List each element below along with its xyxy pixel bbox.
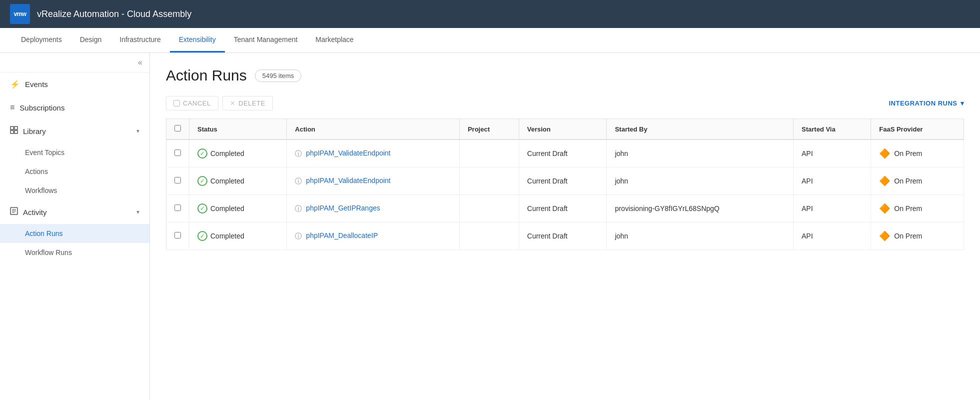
faas-provider-icon: 🔶 (879, 176, 890, 186)
row-4-checkbox-cell (166, 222, 189, 250)
row-3-started-by-cell: provisioning-GY8fIGYrL68SNpgQ (607, 195, 794, 222)
row-1-action: ⓘ phpIPAM_ValidateEndpoint (295, 148, 451, 158)
sidebar-item-library[interactable]: Library ▾ (0, 119, 149, 143)
activity-chevron-icon: ▾ (136, 208, 139, 216)
cancel-label: CANCEL (183, 100, 211, 107)
svg-rect-0 (10, 126, 13, 130)
row-4-action-cell: ⓘ phpIPAM_DeallocateIP (287, 222, 460, 250)
integration-runs-button[interactable]: INTEGRATION RUNS ▾ (889, 100, 964, 107)
page-title: Action Runs (166, 67, 247, 84)
nav-item-deployments[interactable]: Deployments (12, 28, 71, 52)
table-header-action[interactable]: Action (287, 119, 460, 140)
table-header-started-via[interactable]: Started Via (794, 119, 871, 140)
row-2-status: ✓ Completed (197, 176, 278, 186)
table-header-version[interactable]: Version (519, 119, 607, 140)
nav-item-extensibility[interactable]: Extensibility (170, 28, 225, 52)
row-3-version-cell: Current Draft (519, 195, 607, 222)
row-3-status-label: Completed (210, 204, 244, 212)
cancel-button[interactable]: CANCEL (166, 96, 218, 110)
subscriptions-icon: ≡ (10, 103, 14, 112)
table-body: ✓ Completed ⓘ phpIPAM_ValidateEndpoint C… (166, 140, 964, 250)
sidebar-sub-item-workflows-label: Workflows (25, 186, 57, 194)
row-2-project-cell (459, 168, 519, 195)
main-content: Action Runs 5495 items CANCEL ✕ DELETE I… (150, 53, 980, 400)
row-3-action-link[interactable]: phpIPAM_GetIPRanges (306, 204, 380, 214)
row-3-faas: 🔶 On Prem (879, 203, 956, 214)
row-4-status-cell: ✓ Completed (189, 222, 287, 250)
sidebar: « ⚡ Events ≡ Subscriptions Library ▾ (0, 53, 150, 400)
row-1-action-cell: ⓘ phpIPAM_ValidateEndpoint (287, 140, 460, 168)
layout: « ⚡ Events ≡ Subscriptions Library ▾ (0, 53, 980, 400)
nav-bar: Deployments Design Infrastructure Extens… (0, 28, 980, 53)
sidebar-sub-item-event-topics-label: Event Topics (25, 148, 64, 156)
sidebar-item-events[interactable]: ⚡ Events (0, 72, 149, 96)
library-chevron-icon: ▾ (136, 128, 139, 134)
row-4-checkbox[interactable] (174, 232, 181, 238)
info-icon: ⓘ (295, 232, 302, 241)
row-4-faas-label: On Prem (894, 232, 922, 240)
nav-item-infrastructure[interactable]: Infrastructure (110, 28, 169, 52)
table-header-status[interactable]: Status (189, 119, 287, 140)
row-3-checkbox[interactable] (174, 204, 181, 211)
row-4-project-cell (459, 222, 519, 250)
row-4-started-via-cell: API (794, 222, 871, 250)
info-icon: ⓘ (295, 204, 302, 214)
row-1-faas-cell: 🔶 On Prem (871, 140, 964, 168)
top-header: vmw vRealize Automation - Cloud Assembly (0, 0, 980, 28)
table-header-started-by[interactable]: Started By (607, 119, 794, 140)
row-4-action-link[interactable]: phpIPAM_DeallocateIP (306, 231, 378, 241)
row-1-faas-label: On Prem (894, 150, 922, 158)
row-2-status-label: Completed (210, 177, 244, 185)
page-header: Action Runs 5495 items (166, 67, 964, 84)
completed-icon: ✓ (197, 148, 207, 158)
row-1-faas: 🔶 On Prem (879, 148, 956, 159)
app-title: vRealize Automation - Cloud Assembly (37, 9, 191, 20)
row-1-status-label: Completed (210, 150, 244, 158)
sidebar-sub-item-workflow-runs[interactable]: Workflow Runs (0, 243, 149, 262)
nav-item-marketplace[interactable]: Marketplace (306, 28, 362, 52)
row-3-faas-label: On Prem (894, 204, 922, 212)
row-3-status-cell: ✓ Completed (189, 195, 287, 222)
info-icon: ⓘ (295, 150, 302, 158)
row-1-action-link[interactable]: phpIPAM_ValidateEndpoint (306, 148, 390, 158)
row-2-status-cell: ✓ Completed (189, 168, 287, 195)
faas-provider-icon: 🔶 (879, 230, 890, 242)
row-2-action: ⓘ phpIPAM_ValidateEndpoint (295, 176, 451, 186)
sidebar-item-subscriptions[interactable]: ≡ Subscriptions (0, 96, 149, 119)
row-1-started-via-cell: API (794, 140, 871, 168)
row-2-started-by-cell: john (607, 168, 794, 195)
row-3-checkbox-cell (166, 195, 189, 222)
row-3-faas-cell: 🔶 On Prem (871, 195, 964, 222)
row-2-started-via-cell: API (794, 168, 871, 195)
sidebar-sub-item-workflow-runs-label: Workflow Runs (25, 248, 72, 256)
sidebar-sub-item-event-topics[interactable]: Event Topics (0, 143, 149, 162)
delete-x-icon: ✕ (230, 100, 236, 107)
row-1-started-by-cell: john (607, 140, 794, 168)
sidebar-sub-item-actions[interactable]: Actions (0, 162, 149, 181)
row-3-started-via-cell: API (794, 195, 871, 222)
faas-provider-icon: 🔶 (879, 203, 890, 214)
row-2-faas-label: On Prem (894, 177, 922, 185)
sidebar-sub-item-workflows[interactable]: Workflows (0, 181, 149, 200)
nav-item-tenant-management[interactable]: Tenant Management (225, 28, 307, 52)
collapse-icon[interactable]: « (138, 58, 142, 67)
sidebar-sub-item-action-runs[interactable]: Action Runs (0, 224, 149, 243)
row-2-checkbox[interactable] (174, 177, 181, 184)
row-4-status: ✓ Completed (197, 231, 278, 241)
row-1-checkbox[interactable] (174, 150, 181, 156)
toolbar-left: CANCEL ✕ DELETE (166, 96, 273, 110)
select-all-checkbox[interactable] (174, 125, 181, 132)
delete-button[interactable]: ✕ DELETE (222, 96, 273, 110)
sidebar-sub-item-action-runs-label: Action Runs (25, 230, 62, 238)
row-2-version-cell: Current Draft (519, 168, 607, 195)
row-2-action-cell: ⓘ phpIPAM_ValidateEndpoint (287, 168, 460, 195)
nav-item-design[interactable]: Design (71, 28, 111, 52)
sidebar-collapse-btn[interactable]: « (0, 53, 149, 72)
row-2-action-link[interactable]: phpIPAM_ValidateEndpoint (306, 176, 390, 186)
completed-icon: ✓ (197, 231, 207, 241)
table-header-project[interactable]: Project (459, 119, 519, 140)
row-4-faas-cell: 🔶 On Prem (871, 222, 964, 250)
sidebar-item-events-label: Events (25, 80, 48, 88)
sidebar-item-activity[interactable]: Activity ▾ (0, 200, 149, 224)
table-header-faas-provider[interactable]: FaaS Provider (871, 119, 964, 140)
